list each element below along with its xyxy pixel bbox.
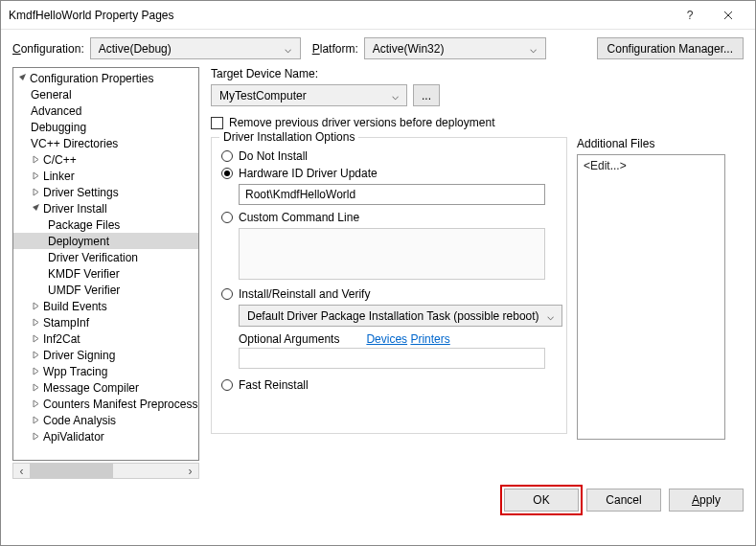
cancel-button[interactable]: Cancel	[586, 489, 661, 512]
tree-item-message-compiler[interactable]: Message Compiler	[13, 379, 198, 396]
tree-item-package-files[interactable]: Package Files	[13, 216, 198, 233]
tree-item-configuration-properties[interactable]: Configuration Properties	[13, 70, 198, 86]
tree-item-driver-install[interactable]: Driver Install	[13, 200, 198, 216]
tree-item-advanced[interactable]: Advanced	[13, 102, 198, 119]
configuration-manager-button[interactable]: Configuration Manager...	[597, 37, 744, 59]
tree-horizontal-scrollbar[interactable]: ‹ ›	[12, 463, 199, 479]
tree-item-driver-signing[interactable]: Driver Signing	[13, 347, 198, 363]
expand-icon[interactable]	[31, 187, 41, 197]
collapse-icon[interactable]	[31, 203, 41, 214]
help-button[interactable]: ?	[671, 1, 709, 30]
driver-install-options-legend: Driver Installation Options	[219, 130, 358, 144]
expand-icon[interactable]	[31, 301, 41, 311]
tree-item-general[interactable]: General	[13, 86, 198, 102]
edit-link[interactable]: <Edit...>	[584, 159, 627, 172]
chevron-down-icon: ⌵	[389, 89, 401, 102]
tree-item-build-events[interactable]: Build Events	[13, 298, 198, 314]
remove-previous-label: Remove previous driver versions before d…	[229, 116, 494, 129]
expand-icon[interactable]	[31, 398, 41, 409]
tree-item-code-analysis[interactable]: Code Analysis	[13, 412, 198, 428]
collapse-icon[interactable]	[17, 73, 28, 83]
custom-command-input[interactable]	[239, 228, 545, 280]
platform-value: Active(Win32)	[373, 42, 528, 56]
expand-icon[interactable]	[31, 317, 41, 328]
expand-icon[interactable]	[31, 415, 41, 425]
additional-files-label: Additional Files	[577, 137, 725, 150]
apply-button[interactable]: Apply	[669, 489, 744, 512]
tree-item-linker[interactable]: Linker	[13, 168, 198, 184]
expand-icon[interactable]	[31, 366, 41, 376]
driver-install-options-group: Driver Installation Options Do Not Insta…	[211, 137, 567, 434]
target-device-label: Target Device Name:	[211, 67, 740, 80]
browse-button[interactable]: ...	[413, 84, 440, 106]
radio-install-reinstall[interactable]	[221, 288, 233, 300]
hardware-id-input[interactable]: Root\KmdfHelloWorld	[239, 184, 545, 205]
titlebar: KmdfHelloWorld Property Pages ?	[1, 1, 755, 30]
tree-item-debugging[interactable]: Debugging	[13, 119, 198, 135]
scroll-left-icon[interactable]: ‹	[13, 464, 30, 478]
configuration-combo[interactable]: Active(Debug) ⌵	[90, 37, 301, 59]
tree-item-apivalidator[interactable]: ApiValidator	[13, 428, 198, 444]
expand-icon[interactable]	[31, 350, 41, 360]
configuration-label: Configuration:	[12, 42, 84, 56]
optional-arguments-label: Optional Arguments	[239, 332, 339, 346]
radio-hardware-id[interactable]	[221, 168, 233, 179]
target-device-value: MyTestComputer	[219, 89, 389, 102]
dialog-footer: OK Cancel Apply	[1, 489, 755, 523]
tree-item-umdf-verifier[interactable]: UMDF Verifier	[13, 282, 198, 298]
tree-view[interactable]: Configuration Properties General Advance…	[12, 67, 199, 461]
radio-custom-command[interactable]	[221, 212, 233, 223]
scrollbar-thumb[interactable]	[30, 464, 113, 478]
chevron-down-icon: ⌵	[544, 309, 556, 323]
remove-previous-checkbox[interactable]	[211, 117, 223, 129]
tree-item-wpp-tracing[interactable]: Wpp Tracing	[13, 363, 198, 379]
close-button[interactable]	[709, 1, 747, 30]
configuration-value: Active(Debug)	[99, 42, 283, 56]
expand-icon[interactable]	[31, 382, 41, 393]
tree-item-counters-manifest[interactable]: Counters Manifest Preprocess	[13, 396, 198, 412]
tree-item-deployment[interactable]: Deployment	[13, 233, 198, 249]
expand-icon[interactable]	[31, 431, 41, 442]
config-row: Configuration: Active(Debug) ⌵ Platform:…	[1, 30, 755, 67]
scroll-right-icon[interactable]: ›	[182, 464, 198, 478]
radio-fast-reinstall[interactable]	[221, 379, 233, 391]
devices-link[interactable]: Devices	[366, 332, 407, 346]
tree-item-driver-settings[interactable]: Driver Settings	[13, 184, 198, 200]
printers-link[interactable]: Printers	[410, 332, 449, 346]
chevron-down-icon: ⌵	[528, 42, 539, 56]
optional-arguments-input[interactable]	[239, 348, 545, 369]
tree-item-inf2cat[interactable]: Inf2Cat	[13, 330, 198, 347]
install-task-combo[interactable]: Default Driver Package Installation Task…	[239, 305, 562, 327]
expand-icon[interactable]	[31, 154, 41, 165]
additional-files-box[interactable]: <Edit...>	[577, 154, 725, 440]
tree-item-stampinf[interactable]: StampInf	[13, 314, 198, 330]
target-device-combo[interactable]: MyTestComputer ⌵	[211, 84, 407, 106]
chevron-down-icon: ⌵	[283, 42, 294, 56]
tree-item-kmdf-verifier[interactable]: KMDF Verifier	[13, 265, 198, 282]
tree-item-ccpp[interactable]: C/C++	[13, 151, 198, 168]
expand-icon[interactable]	[31, 333, 41, 344]
tree-item-vcpp-directories[interactable]: VC++ Directories	[13, 135, 198, 151]
expand-icon[interactable]	[31, 171, 41, 181]
radio-do-not-install[interactable]	[221, 150, 233, 162]
platform-combo[interactable]: Active(Win32) ⌵	[364, 37, 546, 59]
tree-item-driver-verification[interactable]: Driver Verification	[13, 249, 198, 265]
window-title: KmdfHelloWorld Property Pages	[9, 9, 671, 22]
ok-button[interactable]: OK	[504, 489, 579, 512]
platform-label: Platform:	[312, 42, 358, 56]
